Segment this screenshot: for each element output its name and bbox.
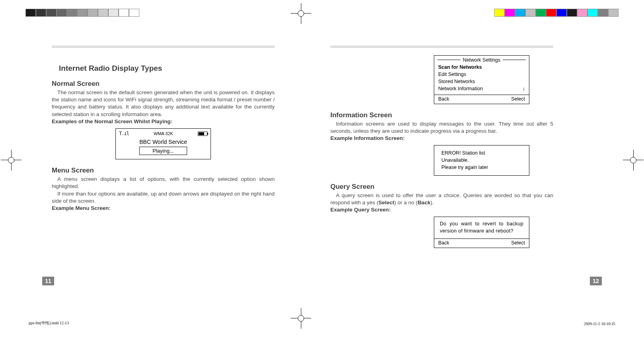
footer-timestamp: 2009-11-5 16:10:35 <box>584 322 615 326</box>
softkey-select: Select <box>511 96 525 102</box>
menu-item: Stored Networks <box>438 78 525 85</box>
wifi-signal-icon: T.ıl <box>119 131 129 136</box>
example-label: Example Menu Screen: <box>52 205 275 212</box>
menu-item-selected: Scan for Networks <box>438 64 525 71</box>
paragraph: The normal screen is the default screen … <box>52 89 275 118</box>
playback-status: Playing... <box>139 147 187 155</box>
softkey-back: Back <box>438 96 449 102</box>
heading-menu-screen: Menu Screen <box>52 167 275 174</box>
example-label: Example Query Screen: <box>330 206 553 213</box>
heading-information-screen: Information Screen <box>330 111 553 119</box>
paragraph: A query screen is used to offer the user… <box>330 192 553 206</box>
menu-item: Network Information↓ <box>438 85 525 92</box>
query-text: Do you want to revert to backup version … <box>434 217 529 238</box>
colorbar-left <box>25 9 139 17</box>
registration-mark <box>8 157 14 163</box>
scroll-down-icon: ↓ <box>523 85 525 92</box>
information-screen-example: ERROR! Station list Unavailable. Please … <box>434 145 529 175</box>
menu-screen-example: Network Settings Scan for Networks Edit … <box>434 55 529 104</box>
query-screen-example: Do you want to revert to backup version … <box>434 217 529 248</box>
softkey-select: Select <box>511 240 525 246</box>
info-line: Please try again later <box>441 164 522 171</box>
info-line: ERROR! Station list <box>441 149 522 157</box>
example-label: Examples of the Normal Screen Whilst Pla… <box>52 118 275 125</box>
registration-mark <box>298 315 304 322</box>
battery-icon <box>198 132 207 136</box>
page-right: Network Settings Scan for Networks Edit … <box>330 46 553 255</box>
normal-screen-example: T.ıl WMA 32K BBC World Service Playing..… <box>115 128 211 159</box>
codec-label: WMA 32K <box>154 131 173 136</box>
registration-mark <box>630 157 636 163</box>
page-number-left: 11 <box>42 277 54 285</box>
paragraph: If more than four options are available,… <box>52 190 275 205</box>
paragraph: A menu screen displays a list of options… <box>52 176 275 190</box>
station-name: BBC World Service <box>116 137 211 147</box>
info-line: Unavailable. <box>441 157 522 164</box>
page-title: Internet Radio Display Types <box>59 64 275 73</box>
registration-mark <box>298 10 304 17</box>
page-left: Internet Radio Display Types Normal Scre… <box>52 46 275 212</box>
colorbar-right <box>494 9 619 17</box>
softkey-back: Back <box>438 240 449 246</box>
heading-query-screen: Query Screen <box>330 183 553 191</box>
heading-normal-screen: Normal Screen <box>52 80 275 88</box>
paragraph: Information screens are used to display … <box>330 120 553 135</box>
menu-title: Network Settings <box>461 57 503 63</box>
menu-item: Edit Settings <box>438 71 525 78</box>
page-number-right: 12 <box>590 277 602 285</box>
example-label: Example Information Screen: <box>330 135 553 142</box>
footer-filename: pps-fm(中性).indd 12-13 <box>29 320 69 326</box>
